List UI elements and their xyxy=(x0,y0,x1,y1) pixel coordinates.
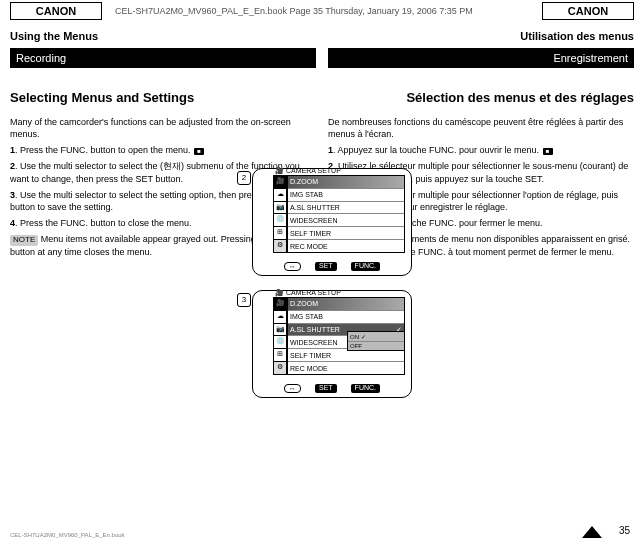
page-label-left: CEL-SH7UA2M0_MV960_PAL_E_En.book Page 35… xyxy=(115,6,473,16)
option-on[interactable]: ON ✓ xyxy=(348,332,404,342)
tab-disc-icon[interactable]: 💿 xyxy=(273,213,287,226)
nav-arrows-icon[interactable]: ↔ xyxy=(284,384,301,393)
screen-1-badge: 2 xyxy=(237,171,251,185)
intro-fr: De nombreuses fonctions du caméscope peu… xyxy=(328,116,634,140)
menu-row[interactable]: REC MODE xyxy=(288,240,404,252)
menu-row[interactable]: WIDESCREEN xyxy=(288,214,404,227)
step1-num-en: 1 xyxy=(10,145,15,155)
screen-1-title: 🎥 CAMERA SETUP xyxy=(275,167,341,175)
step4-num-en: 4 xyxy=(10,218,15,228)
tab-display-icon[interactable]: ⊞ xyxy=(273,226,287,239)
step2-num-en: 2 xyxy=(10,161,15,171)
brand-box-right: CANON xyxy=(542,2,634,20)
screen-2-footer: ↔ SET FUNC. xyxy=(253,384,411,393)
tab-photo-icon[interactable]: 📷 xyxy=(273,323,287,336)
option-popup: ON ✓ OFF xyxy=(347,331,405,351)
black-bar-en: Recording xyxy=(10,48,316,68)
menu-list-1: D.ZOOM IMG STAB A.SL SHUTTER WIDESCREEN … xyxy=(287,175,405,253)
tab-setup-icon[interactable]: ⚙ xyxy=(273,361,287,375)
chapter-title-fr: Utilisation des menus xyxy=(520,30,634,42)
camera-icon: ■ xyxy=(543,148,553,155)
step1-txt-fr: Appuyez sur la touche FUNC. pour ouvrir … xyxy=(338,145,540,155)
func-button[interactable]: FUNC. xyxy=(351,262,380,271)
step1-txt-en: Press the FUNC. button to open the menu. xyxy=(20,145,191,155)
chapter-title-en: Using the Menus xyxy=(10,30,98,42)
menu-row[interactable]: IMG STAB xyxy=(288,189,404,202)
brand-box-left: CANON xyxy=(10,2,102,20)
nav-arrows-icon[interactable]: ↔ xyxy=(284,262,301,271)
black-bar-fr: Enregistrement xyxy=(328,48,634,68)
screen-1: 2 🎥 CAMERA SETUP 🎥 ☁ 📷 💿 ⊞ ⚙ D.ZOOM IMG … xyxy=(252,168,412,276)
tab-setup-icon[interactable]: ⚙ xyxy=(273,239,287,253)
camcorder-icon: 🎥 xyxy=(275,167,284,174)
note-chip-en: NOTE xyxy=(10,235,38,246)
tab-photo-icon[interactable]: 📷 xyxy=(273,201,287,214)
black-bars: Recording Enregistrement xyxy=(10,48,634,68)
option-off[interactable]: OFF xyxy=(348,342,404,350)
page-number: 35 xyxy=(619,525,630,536)
tab-disc-icon[interactable]: 💿 xyxy=(273,335,287,348)
screen-2: 3 🎥 CAMERA SETUP 🎥 ☁ 📷 💿 ⊞ ⚙ D.ZOOM IMG … xyxy=(252,290,412,398)
section-title-fr: Sélection des menus et des réglages xyxy=(406,90,634,105)
menu-row[interactable]: D.ZOOM xyxy=(288,176,404,189)
footer-meta: CEL-SH7UA2M0_MV960_PAL_E_En.book xyxy=(10,532,125,538)
intro-en: Many of the camcorder's functions can be… xyxy=(10,116,316,140)
icon-strip-2: 🎥 ☁ 📷 💿 ⊞ ⚙ xyxy=(273,297,287,375)
step1-num-fr: 1 xyxy=(328,145,333,155)
tab-display-icon[interactable]: ⊞ xyxy=(273,348,287,361)
tab-cloud-icon[interactable]: ☁ xyxy=(273,188,287,201)
camera-icon: ■ xyxy=(194,148,204,155)
screen-1-footer: ↔ SET FUNC. xyxy=(253,262,411,271)
screen-2-badge: 3 xyxy=(237,293,251,307)
screen-diagrams: 2 🎥 CAMERA SETUP 🎥 ☁ 📷 💿 ⊞ ⚙ D.ZOOM IMG … xyxy=(252,168,428,412)
header: CANON CANON CEL-SH7UA2M0_MV960_PAL_E_En.… xyxy=(10,2,634,20)
page-triangle-icon xyxy=(582,526,602,538)
tab-camera-icon[interactable]: 🎥 xyxy=(273,175,287,188)
screen-2-title: 🎥 CAMERA SETUP xyxy=(275,289,341,297)
menu-row[interactable]: SELF TIMER xyxy=(288,349,404,362)
tab-cloud-icon[interactable]: ☁ xyxy=(273,310,287,323)
menu-row[interactable]: IMG STAB xyxy=(288,311,404,324)
menu-row[interactable]: SELF TIMER xyxy=(288,227,404,240)
section-row: Selecting Menus and Settings Sélection d… xyxy=(10,90,634,105)
menu-row[interactable]: D.ZOOM xyxy=(288,298,404,311)
set-button[interactable]: SET xyxy=(315,384,337,393)
icon-strip-1: 🎥 ☁ 📷 💿 ⊞ ⚙ xyxy=(273,175,287,253)
menu-row[interactable]: A.SL SHUTTER xyxy=(288,202,404,215)
step3-num-en: 3 xyxy=(10,190,15,200)
tab-camera-icon[interactable]: 🎥 xyxy=(273,297,287,310)
step4-txt-en: Press the FUNC. button to close the menu… xyxy=(20,218,192,228)
chapter-row: Using the Menus Utilisation des menus xyxy=(10,30,634,42)
set-button[interactable]: SET xyxy=(315,262,337,271)
func-button[interactable]: FUNC. xyxy=(351,384,380,393)
camcorder-icon: 🎥 xyxy=(275,289,284,296)
section-title-en: Selecting Menus and Settings xyxy=(10,90,194,105)
menu-row[interactable]: REC MODE xyxy=(288,362,404,374)
